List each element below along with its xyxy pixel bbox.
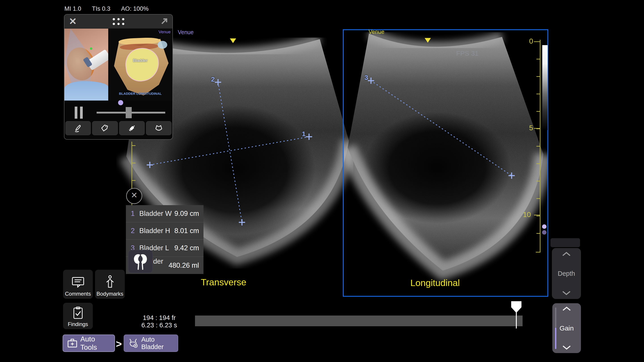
depth-label: Depth <box>558 270 575 277</box>
auto-tools-kit-icon <box>67 338 78 349</box>
probe-orientation-marker-right <box>425 38 431 43</box>
comments-icon <box>71 276 85 289</box>
gain-level-indicator <box>555 328 556 349</box>
findings-button[interactable]: Findings <box>63 303 93 329</box>
probe-orientation-marker-left <box>230 38 236 43</box>
ao-value: AO: 100% <box>121 5 149 12</box>
cine-progress-bar[interactable] <box>195 316 522 326</box>
reference-panel-header: ✕ <box>64 14 172 28</box>
cine-frames: 194 : 194 fr <box>137 314 182 322</box>
measurement-value: 9.42 cm <box>174 244 204 252</box>
acoustic-status-bar: MI 1.0 TIs 0.3 AO: 100% <box>64 5 149 12</box>
reference-thumbnails: Bladder BLADDER LONGITUDINAL Venue <box>64 28 172 100</box>
measurement-label: Bladder H <box>139 227 174 235</box>
depth-increase-chevron-icon[interactable] <box>561 251 572 257</box>
comments-label: Comments <box>65 291 91 297</box>
kidney-icon <box>132 252 149 271</box>
auto-bladder-label: Auto Bladder <box>141 336 174 351</box>
focus-marker-dim <box>542 230 546 235</box>
measurement-row-bladder-h[interactable]: 2 Bladder H 8.01 cm <box>126 222 204 240</box>
workflow-chevron: > <box>116 338 122 350</box>
measurement-index: 1 <box>126 210 139 218</box>
player-progress-dot <box>118 100 123 105</box>
label-button[interactable] <box>92 121 118 135</box>
longitudinal-nearfield-band <box>369 33 502 47</box>
probe-button[interactable] <box>146 121 172 135</box>
pen-icon <box>74 124 82 133</box>
longitudinal-title: Longitudinal <box>410 278 460 288</box>
illustration-venue-label: Venue <box>158 29 170 34</box>
illustration-bladder-label: Bladder <box>133 58 148 63</box>
mi-value: MI 1.0 <box>64 5 81 12</box>
measurement-value: 8.01 cm <box>174 227 204 235</box>
illustration-drape <box>64 81 108 100</box>
fps-readout: FPS 31 <box>456 50 478 57</box>
venue-watermark-right: Venue <box>368 28 384 35</box>
depth-tick-0: 0 <box>525 37 533 45</box>
cine-playhead-marker[interactable] <box>511 301 522 313</box>
grayscale-reference-bar <box>542 45 548 130</box>
bodymark-person-icon <box>104 275 116 289</box>
findings-label: Findings <box>68 321 88 327</box>
depth-decrease-chevron-icon[interactable] <box>561 290 572 296</box>
focus-marker-bright <box>542 224 546 229</box>
caliper-label-2: 2 <box>211 75 215 83</box>
bodymarks-label: Bodymarks <box>96 291 123 297</box>
ruler-major-tick-0 <box>534 41 540 42</box>
findings-clipboard-icon <box>72 306 84 319</box>
gain-decrease-chevron-icon[interactable] <box>562 345 572 350</box>
tis-value: TIs 0.3 <box>92 5 110 12</box>
close-icon[interactable]: ✕ <box>69 16 77 26</box>
right-depth-ruler-ticks <box>536 59 540 235</box>
measurement-value: 480.26 ml <box>168 261 204 270</box>
quick-tools-row <box>64 121 172 136</box>
injection-button[interactable] <box>119 121 145 135</box>
caliper-label-1: 1 <box>302 130 306 138</box>
ultrasound-screen: MI 1.0 TIs 0.3 AO: 100% Venue Venue FPS … <box>0 0 644 362</box>
gain-control: Gain <box>552 303 581 353</box>
measurement-row-bladder-w[interactable]: 1 Bladder W 9.09 cm <box>126 205 204 222</box>
video-scrub-thumb[interactable] <box>126 107 132 118</box>
auto-bladder-button[interactable]: Auto Bladder <box>124 335 178 352</box>
illustration-bowel-blob <box>158 41 167 49</box>
illustration-view-label: BLADDER LONGITUDINAL <box>119 92 162 95</box>
scan-reference-panel: ✕ Bladder <box>64 14 173 140</box>
transverse-title: Transverse <box>201 277 246 288</box>
gain-level-track <box>555 308 556 328</box>
measurement-index: 2 <box>126 227 139 235</box>
cine-counter: 194 : 194 fr 6.23 : 6.23 s <box>137 314 182 329</box>
clear-measurements-button[interactable]: ✕ <box>126 188 142 204</box>
right-ruler-end-bracket <box>536 252 540 253</box>
gain-label: Gain <box>560 325 574 332</box>
syringe-icon <box>128 124 136 133</box>
comments-button[interactable]: Comments <box>63 270 93 299</box>
illustration-orientation-dot <box>90 47 92 50</box>
drag-handle-dots-icon[interactable] <box>113 18 124 25</box>
probe-position-illustration <box>64 28 108 100</box>
ruler-major-tick-10 <box>534 215 540 215</box>
control-panel-tab[interactable] <box>550 238 580 247</box>
kidney-tool-button[interactable] <box>128 250 153 273</box>
measurement-label: Bladder W <box>139 210 174 218</box>
cine-playhead-stem <box>516 312 517 329</box>
depth-tick-5: 5 <box>525 124 533 132</box>
depth-control: Depth <box>552 248 581 299</box>
auto-tools-button[interactable]: Auto Tools <box>62 335 115 352</box>
pause-icon[interactable] <box>75 107 83 119</box>
auto-tools-label: Auto Tools <box>80 335 110 352</box>
depth-tick-10: 10 <box>523 211 531 219</box>
ruler-major-tick-5 <box>534 128 540 129</box>
tag-icon <box>100 124 109 133</box>
longitudinal-ultrasound-image[interactable] <box>343 29 548 297</box>
gain-increase-chevron-icon[interactable] <box>562 306 572 312</box>
right-depth-ruler <box>540 40 540 253</box>
expand-icon[interactable] <box>160 17 169 26</box>
annotate-button[interactable] <box>65 121 91 135</box>
measurement-value: 9.09 cm <box>174 210 204 218</box>
reference-ultrasound-illustration: Bladder BLADDER LONGITUDINAL Venue <box>108 28 172 100</box>
venue-watermark-left: Venue <box>178 29 194 35</box>
caliper-label-3: 3 <box>364 74 368 81</box>
auto-bladder-icon <box>128 338 139 349</box>
cine-seconds: 6.23 : 6.23 s <box>137 322 182 329</box>
bodymarks-button[interactable]: Bodymarks <box>95 270 125 299</box>
